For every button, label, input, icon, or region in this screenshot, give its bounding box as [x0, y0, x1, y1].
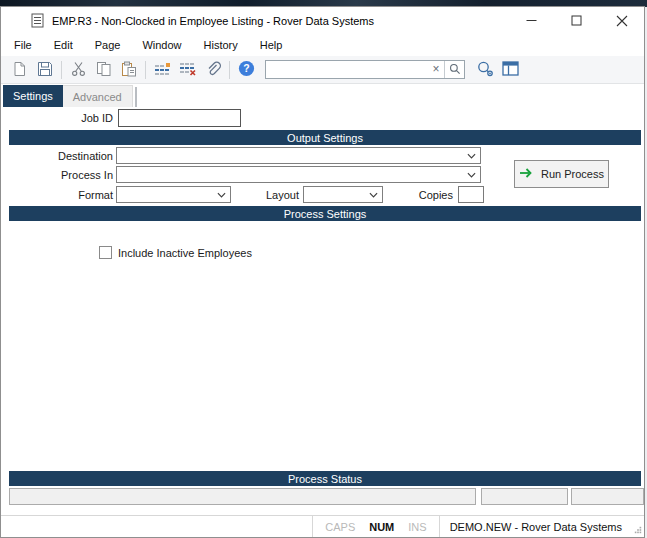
destination-label: Destination — [3, 150, 113, 162]
process-status-count-field — [481, 488, 568, 505]
process-status-time-field — [571, 488, 644, 505]
delete-record-button[interactable] — [175, 58, 200, 82]
menu-page[interactable]: Page — [84, 36, 132, 54]
process-in-select[interactable] — [116, 166, 481, 183]
keyboard-indicators: CAPS NUM INS — [313, 516, 438, 537]
attachment-icon — [205, 61, 221, 79]
toolbar-separator — [229, 61, 230, 79]
app-window: EMP.R3 - Non-Clocked in Employee Listing… — [0, 6, 645, 538]
delete-record-icon — [179, 61, 197, 79]
format-label: Format — [3, 189, 113, 201]
run-process-label: Run Process — [541, 168, 604, 180]
include-inactive-label: Include Inactive Employees — [118, 247, 252, 259]
new-document-icon — [12, 61, 27, 79]
chevron-down-icon — [463, 172, 480, 178]
search-icon — [449, 63, 461, 77]
output-settings-header: Output Settings — [9, 130, 641, 145]
include-inactive-row: Include Inactive Employees — [99, 246, 252, 259]
status-bar: CAPS NUM INS DEMO.NEW - Rover Data Syste… — [1, 515, 644, 537]
title-bar: EMP.R3 - Non-Clocked in Employee Listing… — [1, 7, 644, 34]
include-inactive-checkbox[interactable] — [99, 246, 112, 259]
save-button[interactable] — [32, 58, 57, 82]
copies-label: Copies — [343, 189, 453, 201]
tab-strip: Settings Advanced — [3, 85, 137, 107]
process-status-header: Process Status — [9, 471, 641, 486]
insert-record-icon — [154, 61, 172, 79]
panel-layout-button[interactable] — [498, 58, 523, 82]
insert-record-button[interactable] — [150, 58, 175, 82]
new-document-button[interactable] — [7, 58, 32, 82]
tab-strip-divider — [135, 87, 137, 107]
process-in-label: Process In — [3, 169, 113, 181]
process-status-title: Process Status — [288, 473, 362, 485]
menu-bar: File Edit Page Window History Help — [1, 34, 644, 56]
job-id-input[interactable] — [118, 109, 241, 127]
menu-help[interactable]: Help — [249, 36, 294, 54]
toolbar: ? × — [1, 56, 644, 84]
tab-advanced[interactable]: Advanced — [63, 85, 133, 107]
run-process-button[interactable]: Run Process — [514, 160, 609, 188]
tab-settings[interactable]: Settings — [3, 85, 63, 107]
clear-search-icon[interactable]: × — [428, 62, 444, 77]
panel-layout-icon — [502, 61, 519, 78]
help-button[interactable]: ? — [234, 58, 259, 82]
num-lock-indicator: NUM — [369, 521, 394, 533]
copy-icon — [96, 61, 112, 79]
search-button[interactable] — [444, 61, 464, 78]
destination-select[interactable] — [116, 147, 481, 164]
record-preview-button[interactable] — [473, 58, 498, 82]
session-context: DEMO.NEW - Rover Data Systems — [440, 521, 632, 533]
layout-label: Layout — [189, 189, 299, 201]
toolbar-separator — [61, 61, 62, 79]
process-settings-header: Process Settings — [9, 206, 641, 221]
chevron-down-icon — [463, 153, 480, 159]
run-arrow-icon — [519, 167, 534, 181]
search-input[interactable] — [266, 62, 428, 77]
paste-icon — [121, 61, 137, 79]
output-settings-title: Output Settings — [287, 132, 363, 144]
window-title: EMP.R3 - Non-Clocked in Employee Listing… — [52, 15, 374, 27]
record-preview-icon — [476, 61, 495, 79]
help-icon: ? — [238, 60, 255, 79]
cut-icon — [71, 61, 86, 79]
copy-button[interactable] — [91, 58, 116, 82]
svg-text:?: ? — [243, 62, 249, 74]
menu-history[interactable]: History — [193, 36, 249, 54]
search-box: × — [265, 60, 465, 79]
cut-button[interactable] — [66, 58, 91, 82]
process-settings-title: Process Settings — [284, 208, 367, 220]
close-button[interactable] — [599, 7, 644, 34]
resize-grip[interactable] — [632, 516, 644, 537]
insert-mode-indicator: INS — [408, 521, 426, 533]
toolbar-separator — [145, 61, 146, 79]
copies-input[interactable] — [458, 186, 484, 203]
menu-file[interactable]: File — [3, 36, 43, 54]
paste-button[interactable] — [116, 58, 141, 82]
job-id-label: Job ID — [3, 112, 113, 124]
app-document-icon — [31, 13, 44, 28]
process-status-message-field — [9, 488, 476, 505]
save-icon — [37, 61, 53, 79]
maximize-button[interactable] — [554, 7, 599, 34]
minimize-button[interactable] — [509, 7, 554, 34]
attachment-button[interactable] — [200, 58, 225, 82]
menu-window[interactable]: Window — [131, 36, 192, 54]
menu-edit[interactable]: Edit — [43, 36, 84, 54]
caps-lock-indicator: CAPS — [325, 521, 355, 533]
